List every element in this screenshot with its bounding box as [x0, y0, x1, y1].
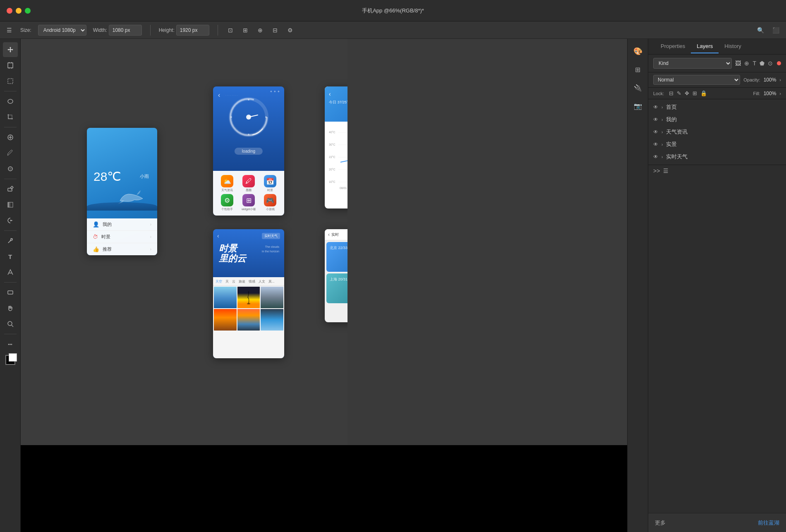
app-weather[interactable]: ⛅ 天气资讯: [217, 175, 237, 192]
back-button-screen4[interactable]: ‹: [217, 232, 219, 239]
path-tool[interactable]: [3, 265, 18, 280]
expand-icon-home[interactable]: ›: [661, 105, 663, 110]
pen-tool[interactable]: [3, 233, 18, 248]
layer-item-realtime[interactable]: 👁 › 实时天气: [648, 151, 786, 163]
width-input[interactable]: [109, 25, 142, 36]
back-button-screen2[interactable]: ‹: [218, 91, 220, 99]
settings-icon[interactable]: ⚙: [286, 25, 295, 35]
kind-filter[interactable]: Kind: [653, 58, 732, 69]
back-button-screen5[interactable]: ‹: [328, 232, 330, 237]
clone-tool[interactable]: [3, 161, 18, 176]
screen4-title-text: 时景 里的云: [219, 244, 246, 264]
layer-item-weather-info[interactable]: 👁 › 天气资讯: [648, 126, 786, 138]
expand-icon-realscene[interactable]: ›: [661, 142, 663, 147]
height-input[interactable]: [176, 25, 209, 36]
artboard-tool[interactable]: [3, 58, 18, 73]
lasso-tool[interactable]: [3, 94, 18, 109]
back-button-screen3[interactable]: ‹: [329, 91, 347, 97]
menu-icon[interactable]: ☰: [5, 25, 14, 35]
image-filter-icon[interactable]: 🖼: [735, 60, 741, 67]
layer-item-mine[interactable]: 👁 › 我的: [648, 113, 786, 126]
blend-mode-select[interactable]: Normal: [653, 75, 740, 85]
tab-history[interactable]: History: [719, 40, 747, 53]
lock-transparency-icon[interactable]: ⊟: [669, 90, 673, 96]
minimize-button[interactable]: [16, 8, 22, 14]
app-game[interactable]: 🎮 小游戏: [260, 194, 280, 211]
screen-clock: ‹ ✦ ✦ ✦ · · · · · · · · loading: [213, 86, 284, 216]
color-tool[interactable]: [3, 352, 18, 367]
right-panel: Properties Layers History Kind 🖼 ⊕ T ⬟ ⊙…: [648, 39, 786, 532]
camera-icon[interactable]: 📷: [630, 98, 645, 113]
hand-tool[interactable]: [3, 301, 18, 316]
plugin-icon[interactable]: 🔌: [630, 80, 645, 95]
svg-rect-10: [8, 202, 13, 207]
layer-expand-all-icon[interactable]: >>: [653, 168, 660, 174]
bottom-menu: 👤 我的 › ⏱ 时景 › 👍 推荐 ›: [87, 218, 157, 255]
tab-layers[interactable]: Layers: [691, 40, 719, 53]
view-icon[interactable]: ⬛: [771, 25, 781, 35]
search-icon[interactable]: 🔍: [755, 25, 766, 35]
lock-all-icon[interactable]: 🔒: [700, 90, 707, 96]
transform-icon[interactable]: ⊡: [226, 25, 235, 35]
marquee-tool[interactable]: [3, 74, 18, 89]
type-filter-icon[interactable]: T: [752, 60, 756, 67]
goto-bluelake[interactable]: 前往蓝湖: [758, 519, 779, 527]
layer-visibility-home[interactable]: 👁: [653, 104, 658, 110]
size-select[interactable]: Android 1080p: [38, 25, 86, 36]
opacity-arrow[interactable]: ›: [779, 77, 781, 82]
layer-name-realscene: 实景: [666, 141, 781, 148]
type-tool[interactable]: T: [3, 249, 18, 264]
expand-icon-weather[interactable]: ›: [661, 130, 663, 134]
loading-label: loading: [235, 148, 263, 155]
lock-position-icon[interactable]: ✥: [685, 90, 689, 96]
brush-tool[interactable]: [3, 146, 18, 161]
more-tool[interactable]: •••: [3, 337, 18, 352]
layer-mode-row: Normal Opacity: 100% ›: [648, 72, 786, 88]
svg-line-14: [12, 325, 13, 327]
photo-thumb-4: [214, 309, 237, 331]
crop-tool[interactable]: [3, 110, 18, 125]
export-icon[interactable]: ⊕: [256, 25, 264, 35]
app-personal[interactable]: ⚙ 个性助手: [217, 194, 237, 211]
layer-item-realscene[interactable]: 👁 › 实景: [648, 138, 786, 151]
lock-pixels-icon[interactable]: ✎: [677, 90, 681, 96]
photo-thumb-3: [261, 287, 283, 308]
shape-tool[interactable]: [3, 285, 18, 300]
expand-icon-mine[interactable]: ›: [661, 117, 663, 122]
layer-item-home[interactable]: 👁 › 首页: [648, 101, 786, 113]
shape-filter-icon[interactable]: ⬟: [760, 60, 764, 67]
grid-icon[interactable]: ⊞: [630, 62, 645, 77]
layer-visibility-weather[interactable]: 👁: [653, 129, 658, 135]
app-timer[interactable]: 📅 时景: [260, 175, 280, 192]
healing-tool[interactable]: [3, 130, 18, 145]
adjustment-filter-icon[interactable]: ⊕: [744, 60, 749, 67]
app-ink[interactable]: 🖊 墨圈: [239, 175, 259, 192]
chart-content: 40°C 30°C 22°C 20°C 10°C 22°C 30°C 08/01…: [325, 122, 347, 196]
gradient-tool[interactable]: [3, 197, 18, 212]
left-sidebar: T •••: [0, 39, 21, 532]
smart-filter-icon[interactable]: ⊙: [768, 60, 773, 67]
color-palette-icon[interactable]: 🎨: [630, 44, 645, 59]
more-link[interactable]: 更多: [655, 519, 666, 527]
maximize-button[interactable]: [25, 8, 31, 14]
align-icon[interactable]: ⊟: [271, 25, 279, 35]
dodge-tool[interactable]: [3, 213, 18, 228]
layer-list-view-icon[interactable]: ☰: [663, 168, 669, 174]
layer-visibility-realscene[interactable]: 👁: [653, 141, 658, 147]
photo-thumb-1: [214, 287, 237, 308]
layer-visibility-mine[interactable]: 👁: [653, 117, 658, 122]
toolbar-right: 🔍 ⬛: [755, 25, 781, 35]
app-widget[interactable]: ⊞ widget小铺: [239, 194, 259, 211]
lock-artboard-icon[interactable]: ⊞: [693, 90, 697, 96]
temp-display: 28℃: [93, 169, 121, 184]
fill-arrow[interactable]: ›: [779, 91, 781, 96]
eraser-tool[interactable]: [3, 182, 18, 197]
warp-icon[interactable]: ⊞: [241, 25, 249, 35]
layer-visibility-realtime[interactable]: 👁: [653, 154, 658, 160]
menu-item-recommend: 👍 推荐 ›: [87, 243, 157, 255]
tab-properties[interactable]: Properties: [655, 40, 691, 53]
move-tool[interactable]: [3, 42, 18, 57]
close-button[interactable]: [7, 8, 12, 14]
expand-icon-realtime[interactable]: ›: [661, 155, 663, 159]
zoom-tool[interactable]: [3, 316, 18, 331]
